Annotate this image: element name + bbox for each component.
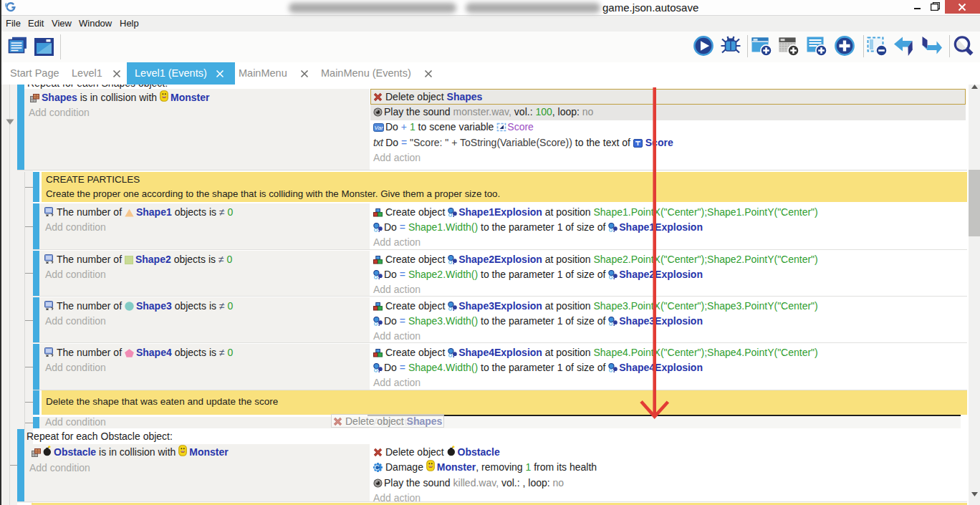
- svg-text:Var: Var: [374, 125, 383, 131]
